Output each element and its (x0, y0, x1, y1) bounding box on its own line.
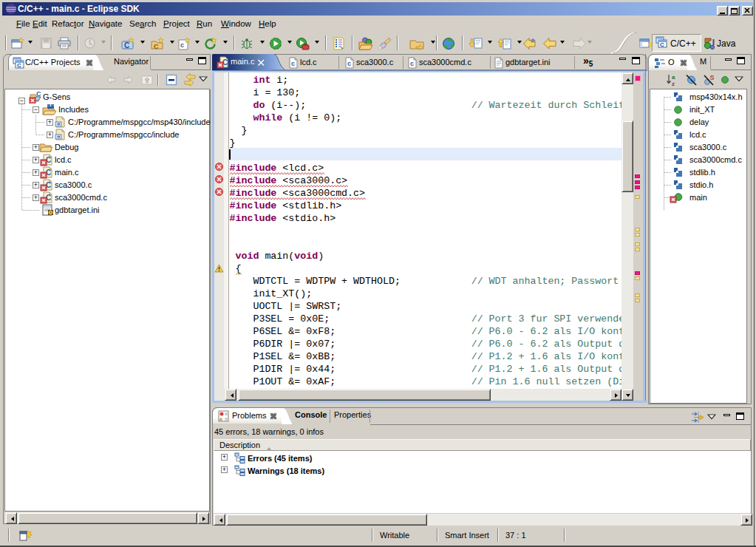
svg-text:S: S (710, 74, 715, 81)
svg-text:C: C (660, 41, 664, 48)
svg-text:C: C (124, 41, 129, 50)
svg-text:C: C (154, 43, 159, 50)
svg-text:z: z (672, 81, 675, 87)
svg-text:a: a (672, 74, 675, 81)
svg-text:C: C (17, 62, 21, 69)
svg-text:c: c (180, 41, 184, 49)
svg-text:C: C (36, 91, 41, 98)
